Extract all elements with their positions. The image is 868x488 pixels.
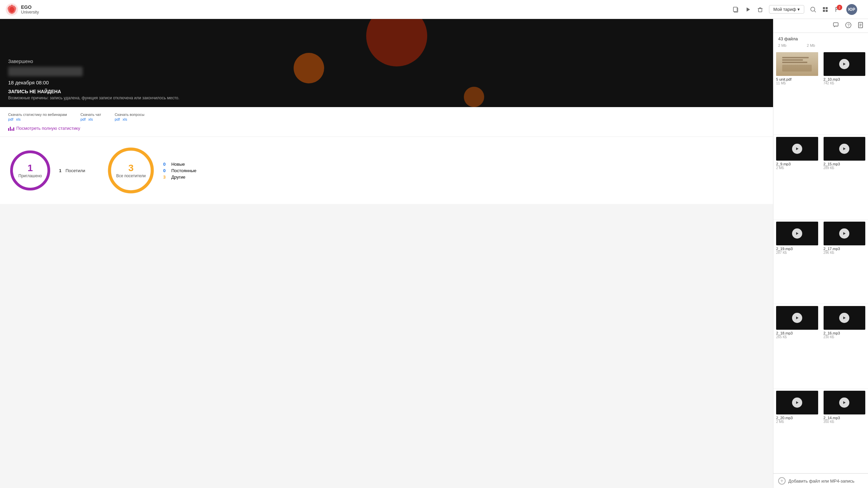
file-size: 230 КБ	[824, 335, 866, 339]
play-button-overlay	[839, 144, 849, 154]
invited-donut-inner: 1 Приглашено	[18, 163, 42, 178]
flag-badge-count: 2	[837, 5, 842, 10]
all-visitors-number: 3	[128, 163, 134, 174]
add-file-button[interactable]: + Добавить файл или MP4-запись	[773, 473, 868, 488]
legend-count: 0	[163, 168, 169, 173]
download-stats-pdf[interactable]: pdf	[8, 117, 13, 121]
pdf-preview	[776, 52, 818, 76]
file-item[interactable]: 2_19.mp3 287 КБ	[773, 220, 821, 304]
svg-rect-2	[733, 7, 737, 12]
download-chat-xls[interactable]: xls	[88, 117, 93, 121]
svg-text:?: ?	[847, 23, 850, 28]
file-item[interactable]: 2_9.mp3 2 МБ	[773, 135, 821, 220]
visitors-legend-item: 0 Постоянные	[163, 168, 196, 173]
user-avatar[interactable]: ЮР	[846, 4, 857, 15]
no-record-reason: Возможные причины: запись удалена, функц…	[8, 96, 765, 100]
file-name: 2_9.mp3	[776, 162, 818, 166]
svg-point-6	[811, 7, 815, 11]
play-button-overlay	[839, 313, 849, 323]
all-visitors-label: Все посетители	[116, 174, 146, 178]
svg-rect-9	[826, 7, 828, 9]
play-button-overlay	[792, 228, 802, 239]
file-name: 2_10.mp3	[824, 77, 866, 81]
download-stats-xls[interactable]: xls	[16, 117, 20, 121]
sidebar-top-icons: ?	[773, 19, 868, 33]
legend-count: 3	[163, 175, 169, 180]
svg-marker-30	[796, 401, 798, 404]
document-icon[interactable]	[857, 22, 864, 30]
file-thumbnail	[824, 222, 866, 245]
files-size-row: 2 Mb 2 Mb	[773, 43, 868, 50]
grid-icon[interactable]	[822, 6, 829, 13]
download-questions-pdf[interactable]: pdf	[115, 117, 120, 121]
video-overlay: Завершено 18 декабря 08:00 ЗАПИСЬ НЕ НАЙ…	[0, 19, 773, 107]
file-name: 2_14.mp3	[824, 416, 866, 420]
svg-rect-8	[823, 7, 825, 9]
play-icon[interactable]	[745, 6, 751, 13]
file-item[interactable]: 2_16.mp3 230 КБ	[821, 304, 868, 389]
file-item[interactable]: 2_10.mp3 742 КБ	[821, 50, 868, 135]
chat-icon[interactable]	[833, 22, 840, 30]
invited-circle-stat: 1 Приглашено 1 Посетили	[8, 148, 85, 192]
files-header: 43 файла	[773, 33, 868, 43]
add-file-label: Добавить файл или MP4-запись	[788, 479, 854, 484]
view-stats-label: Посмотреть полную статистику	[16, 126, 80, 131]
file-thumbnail	[824, 391, 866, 414]
chevron-down-icon: ▾	[797, 7, 800, 12]
svg-marker-26	[796, 232, 798, 235]
svg-marker-3	[747, 7, 750, 12]
webinar-title-blur	[8, 67, 83, 76]
svg-marker-29	[843, 317, 846, 319]
flag-icon[interactable]: 2	[834, 6, 841, 13]
file-size: 296 КБ	[824, 251, 866, 255]
svg-marker-24	[796, 147, 798, 150]
file-thumbnail	[776, 306, 818, 330]
download-stats-formats: pdf xls	[8, 117, 67, 121]
copy-icon[interactable]	[732, 6, 739, 13]
search-icon[interactable]	[810, 6, 816, 13]
file-name: 5 unit.pdf	[776, 77, 818, 81]
file-size: 289 КБ	[824, 166, 866, 170]
view-stats-link[interactable]: Посмотреть полную статистику	[8, 125, 765, 131]
file-item[interactable]: 2_20.mp3 2 МБ	[773, 389, 821, 473]
file-item[interactable]: 5 unit.pdf 11 МБ	[773, 50, 821, 135]
file-thumbnail	[824, 306, 866, 330]
download-questions-formats: pdf xls	[115, 117, 144, 121]
download-chat-pdf[interactable]: pdf	[80, 117, 85, 121]
file-size: 742 КБ	[824, 81, 866, 85]
file-item[interactable]: 2_18.mp3 265 КБ	[773, 304, 821, 389]
download-stats-group: Скачать статистику по вебинарам pdf xls	[8, 113, 67, 121]
trash-icon[interactable]	[757, 6, 764, 13]
file-item[interactable]: 2_14.mp3 350 КБ	[821, 389, 868, 473]
logo: EGO University	[5, 3, 66, 16]
legend-label: Новые	[171, 162, 185, 167]
file-size: 11 МБ	[776, 81, 818, 85]
svg-line-7	[814, 11, 816, 12]
visitors-legend-item: 3 Другие	[163, 175, 196, 180]
download-chat-group: Скачать чат pdf xls	[80, 113, 101, 121]
play-button-overlay	[839, 59, 849, 69]
visitor-count: 1	[59, 168, 61, 173]
download-questions-xls[interactable]: xls	[122, 117, 127, 121]
download-links: Скачать статистику по вебинарам pdf xls …	[8, 113, 765, 121]
svg-rect-11	[826, 10, 828, 12]
play-button-overlay	[792, 313, 802, 323]
stats-area: Скачать статистику по вебинарам pdf xls …	[0, 107, 773, 136]
file-name: 2_16.mp3	[824, 331, 866, 335]
invited-number: 1	[27, 163, 33, 174]
main-layout: Завершено 18 декабря 08:00 ЗАПИСЬ НЕ НАЙ…	[0, 19, 868, 488]
files-size-right: 2 Mb	[807, 43, 815, 47]
header: EGO University Мой тариф ▾	[0, 0, 868, 19]
file-item[interactable]: 2_15.mp3 289 КБ	[821, 135, 868, 220]
file-thumbnail	[776, 391, 818, 414]
file-size: 350 КБ	[824, 420, 866, 424]
circles-area: 1 Приглашено 1 Посетили	[0, 137, 773, 204]
svg-rect-10	[823, 10, 825, 12]
svg-rect-16	[833, 23, 838, 26]
question-icon[interactable]: ?	[845, 22, 852, 30]
all-visitors-donut: 3 Все посетители	[105, 145, 156, 196]
tariff-button[interactable]: Мой тариф ▾	[769, 5, 804, 14]
file-item[interactable]: 2_17.mp3 296 КБ	[821, 220, 868, 304]
invited-donut: 1 Приглашено	[8, 148, 52, 192]
play-button-overlay	[792, 144, 802, 154]
